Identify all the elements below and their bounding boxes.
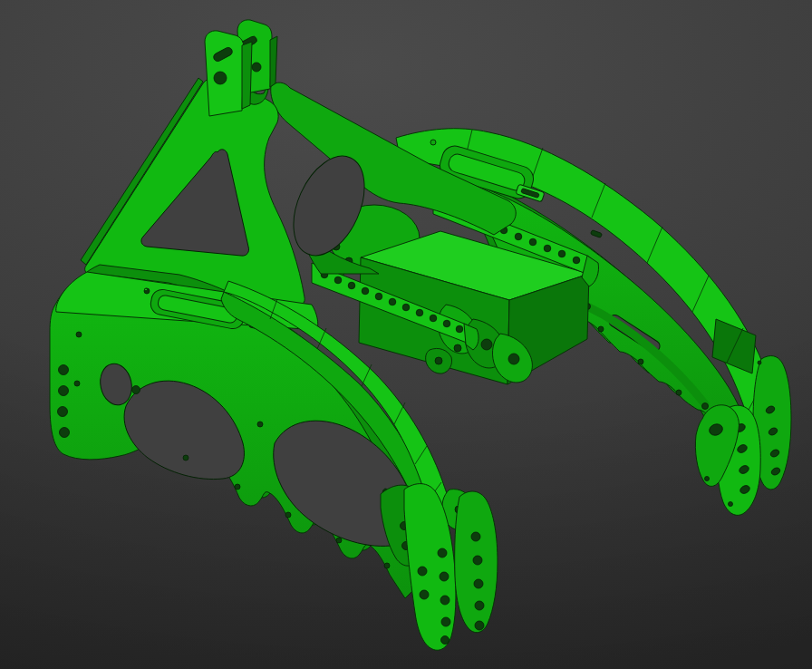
hole <box>60 428 70 438</box>
hole <box>573 257 580 264</box>
hole <box>285 512 291 518</box>
hole <box>74 381 80 386</box>
hole <box>471 532 480 541</box>
hole <box>508 354 519 364</box>
hole <box>375 293 382 300</box>
hole <box>384 563 390 568</box>
hole <box>473 556 482 565</box>
hole <box>252 63 261 72</box>
hole <box>454 344 461 352</box>
hole <box>758 361 761 364</box>
hole <box>402 304 410 311</box>
hole <box>475 601 484 610</box>
clevis-plate-right-edge <box>270 36 277 87</box>
deck-pin <box>430 140 436 145</box>
hole <box>638 359 643 364</box>
hole <box>214 72 227 84</box>
hole <box>441 636 450 645</box>
hole <box>59 386 69 396</box>
hole <box>336 538 342 543</box>
hole <box>441 617 450 626</box>
hole <box>435 357 442 364</box>
hole <box>544 245 551 252</box>
hole <box>558 250 566 257</box>
hole <box>430 315 437 322</box>
hole <box>183 455 188 461</box>
hole <box>362 287 369 295</box>
hole <box>418 567 427 576</box>
hole <box>598 326 604 332</box>
hole <box>475 621 484 630</box>
hole <box>474 579 483 588</box>
hole <box>389 298 396 305</box>
clevis-plate-left-edge <box>242 42 252 109</box>
hole <box>348 282 355 289</box>
hole <box>59 365 69 375</box>
hole <box>76 332 82 337</box>
hole <box>438 548 447 558</box>
side-slot <box>591 230 603 238</box>
hole <box>481 339 492 350</box>
hole <box>440 596 450 605</box>
hole <box>235 484 240 490</box>
hole <box>515 233 522 240</box>
hole <box>529 238 536 246</box>
hole <box>132 386 140 394</box>
hole <box>729 502 733 507</box>
hole <box>58 407 68 417</box>
model-canvas <box>0 0 812 669</box>
hole <box>420 590 429 599</box>
deck-pin-top <box>145 288 148 291</box>
hole <box>702 403 709 410</box>
cad-viewport[interactable] <box>0 0 812 669</box>
hole <box>334 276 342 284</box>
hole <box>443 320 450 327</box>
hole <box>440 572 449 581</box>
hole <box>456 325 463 333</box>
hole <box>676 390 682 395</box>
hole <box>257 422 263 427</box>
hole <box>416 309 423 316</box>
hole <box>705 477 710 481</box>
